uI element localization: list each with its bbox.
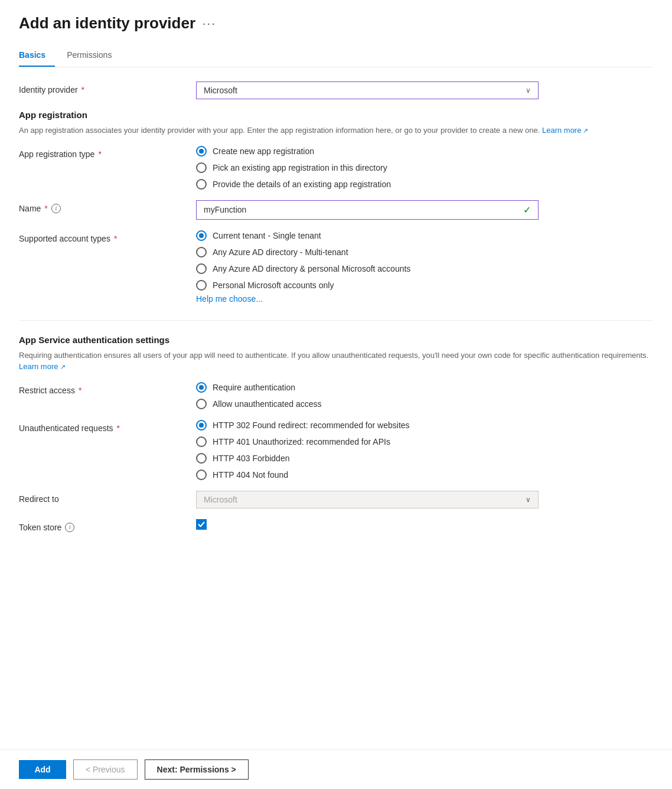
supported-account-types-radio-group: Current tenant - Single tenant Any Azure… bbox=[196, 230, 653, 291]
required-star-unauth: * bbox=[117, 423, 120, 433]
required-star-type: * bbox=[98, 149, 101, 159]
radio-personal-only[interactable]: Personal Microsoft accounts only bbox=[196, 280, 653, 291]
app-registration-description: An app registration associates your iden… bbox=[19, 125, 653, 136]
identity-provider-control: Microsoft ∨ bbox=[196, 81, 653, 99]
supported-account-types-label: Supported account types * bbox=[19, 230, 196, 243]
app-registration-heading: App registration bbox=[19, 110, 653, 120]
app-registration-section: App registration An app registration ass… bbox=[19, 110, 653, 304]
radio-pick-existing[interactable]: Pick an existing app registration in thi… bbox=[196, 162, 653, 173]
radio-circle-provide-details bbox=[196, 179, 207, 190]
app-registration-type-radio-group: Create new app registration Pick an exis… bbox=[196, 146, 653, 190]
radio-provide-details[interactable]: Provide the details of an existing app r… bbox=[196, 179, 653, 190]
app-service-auth-heading: App Service authentication settings bbox=[19, 335, 653, 345]
redirect-to-dropdown: Microsoft ∨ bbox=[196, 491, 539, 508]
identity-provider-row: Identity provider * Microsoft ∨ bbox=[19, 81, 653, 99]
app-registration-type-row: App registration type * Create new app r… bbox=[19, 146, 653, 190]
restrict-access-label: Restrict access * bbox=[19, 382, 196, 395]
token-store-info-icon[interactable]: i bbox=[65, 523, 74, 532]
radio-multi-tenant[interactable]: Any Azure AD directory - Multi-tenant bbox=[196, 247, 653, 257]
tab-permissions[interactable]: Permissions bbox=[67, 44, 121, 67]
radio-allow-unauth[interactable]: Allow unauthenticated access bbox=[196, 399, 653, 409]
radio-circle-create-new bbox=[196, 146, 207, 157]
unauthenticated-requests-row: Unauthenticated requests * HTTP 302 Foun… bbox=[19, 420, 653, 480]
app-service-auth-section: App Service authentication settings Requ… bbox=[19, 335, 653, 532]
checkbox-check-icon bbox=[198, 521, 205, 528]
radio-circle-multi-tenant bbox=[196, 247, 207, 257]
bottom-spacer bbox=[19, 549, 653, 596]
token-store-checkbox-wrap bbox=[196, 519, 653, 530]
help-me-choose-link[interactable]: Help me choose... bbox=[196, 294, 263, 304]
radio-single-tenant[interactable]: Current tenant - Single tenant bbox=[196, 230, 653, 241]
radio-http302[interactable]: HTTP 302 Found redirect: recommended for… bbox=[196, 420, 653, 431]
radio-require-auth[interactable]: Require authentication bbox=[196, 382, 653, 393]
token-store-row: Token store i bbox=[19, 519, 653, 532]
required-star-name: * bbox=[44, 204, 47, 213]
radio-circle-personal-only bbox=[196, 280, 207, 291]
name-info-icon[interactable]: i bbox=[51, 204, 61, 213]
app-registration-type-control: Create new app registration Pick an exis… bbox=[196, 146, 653, 190]
name-input[interactable]: myFunction ✓ bbox=[196, 200, 539, 220]
name-control: myFunction ✓ bbox=[196, 200, 653, 220]
app-service-auth-learn-more-link[interactable]: Learn more bbox=[19, 362, 66, 371]
unauthenticated-requests-label: Unauthenticated requests * bbox=[19, 420, 196, 433]
radio-circle-allow-unauth bbox=[196, 399, 207, 409]
page-title: Add an identity provider bbox=[19, 14, 195, 32]
restrict-access-radio-group: Require authentication Allow unauthentic… bbox=[196, 382, 653, 409]
supported-account-types-control: Current tenant - Single tenant Any Azure… bbox=[196, 230, 653, 304]
required-star-account-types: * bbox=[114, 234, 117, 243]
required-star: * bbox=[81, 85, 84, 94]
app-registration-type-label: App registration type * bbox=[19, 146, 196, 159]
radio-create-new[interactable]: Create new app registration bbox=[196, 146, 653, 157]
tab-bar: Basics Permissions bbox=[19, 44, 653, 67]
restrict-access-control: Require authentication Allow unauthentic… bbox=[196, 382, 653, 409]
radio-circle-http404 bbox=[196, 470, 207, 480]
supported-account-types-row: Supported account types * Current tenant… bbox=[19, 230, 653, 304]
unauthenticated-requests-radio-group: HTTP 302 Found redirect: recommended for… bbox=[196, 420, 653, 480]
page-header: Add an identity provider ··· bbox=[19, 14, 653, 32]
redirect-to-dropdown-arrow-icon: ∨ bbox=[526, 495, 531, 504]
redirect-to-control: Microsoft ∨ bbox=[196, 491, 653, 508]
identity-provider-label: Identity provider * bbox=[19, 81, 196, 94]
radio-http403[interactable]: HTTP 403 Forbidden bbox=[196, 453, 653, 464]
restrict-access-row: Restrict access * Require authentication… bbox=[19, 382, 653, 409]
more-options-icon[interactable]: ··· bbox=[203, 17, 216, 30]
radio-http401[interactable]: HTTP 401 Unauthorized: recommended for A… bbox=[196, 436, 653, 447]
redirect-to-row: Redirect to Microsoft ∨ bbox=[19, 491, 653, 508]
unauthenticated-requests-control: HTTP 302 Found redirect: recommended for… bbox=[196, 420, 653, 480]
radio-circle-http401 bbox=[196, 436, 207, 447]
tab-basics[interactable]: Basics bbox=[19, 44, 55, 67]
app-service-auth-description: Requiring authentication ensures all use… bbox=[19, 350, 653, 373]
radio-circle-http403 bbox=[196, 453, 207, 464]
radio-http404[interactable]: HTTP 404 Not found bbox=[196, 470, 653, 480]
section-divider bbox=[19, 320, 653, 321]
name-checkmark-icon: ✓ bbox=[523, 204, 531, 216]
radio-circle-multi-personal bbox=[196, 263, 207, 274]
token-store-control bbox=[196, 519, 653, 530]
identity-provider-dropdown[interactable]: Microsoft ∨ bbox=[196, 81, 539, 99]
redirect-to-label: Redirect to bbox=[19, 491, 196, 504]
radio-circle-http302 bbox=[196, 420, 207, 431]
required-star-restrict: * bbox=[79, 386, 81, 395]
name-label: Name * i bbox=[19, 200, 196, 213]
radio-circle-pick-existing bbox=[196, 162, 207, 173]
app-registration-learn-more-link[interactable]: Learn more bbox=[542, 126, 589, 135]
radio-circle-require-auth bbox=[196, 382, 207, 393]
token-store-label: Token store i bbox=[19, 519, 196, 532]
radio-multi-personal[interactable]: Any Azure AD directory & personal Micros… bbox=[196, 263, 653, 274]
token-store-checkbox[interactable] bbox=[196, 519, 207, 530]
name-row: Name * i myFunction ✓ bbox=[19, 200, 653, 220]
radio-circle-single-tenant bbox=[196, 230, 207, 241]
dropdown-arrow-icon: ∨ bbox=[526, 86, 531, 94]
